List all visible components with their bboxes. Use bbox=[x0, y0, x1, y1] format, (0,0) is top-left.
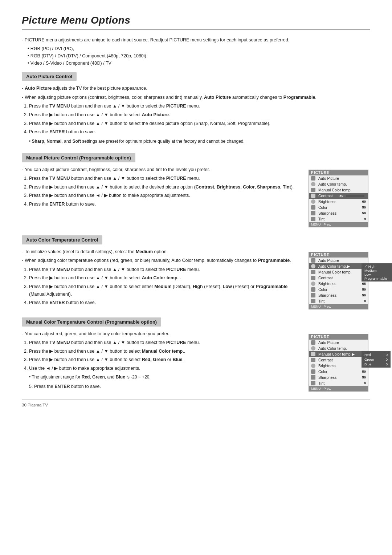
note-auto-color-2: - When adjusting color temperature optio… bbox=[22, 257, 301, 264]
text-col-manual-picture: - You can adjust picture contrast, brigh… bbox=[22, 166, 301, 227]
intro-section: - PICTURE menu adjustments are unique to… bbox=[22, 36, 370, 67]
section-body-auto-picture: - Auto Picture adjusts the TV for the be… bbox=[22, 85, 370, 145]
intro-bullet-2: RGB (DTV) / DVI (DTV) / Component (480p,… bbox=[28, 52, 370, 60]
menu-footer-1: MENUPrev. bbox=[309, 222, 368, 227]
menu-row-brightness-2: Brightness 65 bbox=[309, 281, 368, 287]
note-manual-color-1: - You can adjust red, green, and blue to… bbox=[22, 330, 301, 338]
intro-bullet-3: Video / S-Video / Component (480i) / TV bbox=[28, 60, 370, 67]
menu-row-color-2: Color 50 bbox=[309, 287, 368, 292]
two-col-manual-color: - You can adjust red, green, and blue to… bbox=[22, 330, 370, 392]
text-col-auto-color: - To initialize values (reset to default… bbox=[22, 248, 301, 309]
section-auto-picture: Auto Picture Control - Auto Picture adju… bbox=[22, 72, 370, 145]
menu-row-auto-color-2: Auto Color temp.▶ ✓ High Medium Low Prog… bbox=[309, 263, 368, 269]
menu-row-manual-color-3: Manual Color temp.▶ Red0 Green0 Blue0 bbox=[309, 351, 368, 357]
menu-row-contrast: Contrast 80 bbox=[309, 193, 368, 199]
two-col-auto-color: - To initialize values (reset to default… bbox=[22, 248, 370, 309]
menu-box-1: PICTURE Auto Picture Auto Color temp. Ma… bbox=[309, 170, 368, 227]
step-4: Press the ENTER button to save. bbox=[29, 128, 370, 136]
menu-row-auto-color: Auto Color temp. bbox=[309, 181, 368, 187]
mc-step-2: Press the ▶ button and then use ▲ / ▼ bu… bbox=[29, 348, 301, 355]
intro-bullet-1: RGB (PC) / DVI (PC), bbox=[28, 45, 370, 52]
steps-auto-picture: Press the TV MENU button and then use ▲ … bbox=[29, 102, 370, 136]
steps-manual-picture: Press the TV MENU button and then use ▲ … bbox=[29, 175, 301, 208]
note-auto-picture-2: - When adjusting picture options (contra… bbox=[22, 94, 370, 101]
menu-row-tint-2: Tint 0 bbox=[309, 298, 368, 304]
menu-image-manual-color: PICTURE Auto Picture Auto Color temp. Ma… bbox=[309, 330, 370, 392]
submenu-manual-color: Red0 Green0 Blue0 bbox=[362, 351, 391, 368]
mc-step-5: 5. Press the ENTER button to save. bbox=[29, 383, 301, 390]
steps-auto-color: Press the TV MENU button and then use ▲ … bbox=[29, 266, 301, 307]
menu-row-tint: Tint 9 bbox=[309, 216, 368, 222]
menu-row-contrast-2: Contrast 80 bbox=[309, 275, 368, 281]
section-header-manual-color-temp: Manual Color Temperature Control (Progra… bbox=[22, 317, 161, 327]
section-header-manual-picture: Manual Picture Control (Programmable opt… bbox=[22, 153, 135, 162]
section-manual-color-temp: Manual Color Temperature Control (Progra… bbox=[22, 317, 370, 392]
menu-row-auto-picture-2: Auto Picture bbox=[309, 258, 368, 263]
note-auto-picture-1: - Auto Picture adjusts the TV for the be… bbox=[22, 85, 370, 92]
mp-step-3: Press the ▶ button and then use ◄ / ▶ bu… bbox=[29, 192, 301, 199]
menu-row-auto-picture-3: Auto Picture bbox=[309, 340, 368, 345]
section-manual-picture: Manual Picture Control (Programmable opt… bbox=[22, 153, 370, 227]
intro-bullets: RGB (PC) / DVI (PC), RGB (DTV) / DVI (DT… bbox=[28, 45, 370, 67]
mp-step-4: Press the ENTER button to save. bbox=[29, 200, 301, 208]
step-2: Press the ▶ button and then use ▲ / ▼ bu… bbox=[29, 111, 370, 119]
ac-step-4: Press the ENTER button to save. bbox=[29, 299, 301, 307]
mc-step-4: Use the ◄ / ▶ button to make appropriate… bbox=[29, 365, 301, 381]
mp-step-2: Press the ▶ button and then use ▲ / ▼ bu… bbox=[29, 183, 301, 191]
ac-step-3: Press the ▶ button and then use ▲ / ▼ bu… bbox=[29, 283, 301, 298]
menu-image-manual-picture: PICTURE Auto Picture Auto Color temp. Ma… bbox=[309, 166, 370, 227]
menu-row-manual-color: Manual Color temp. bbox=[309, 187, 368, 193]
page-footer: 30 Plasma TV bbox=[22, 400, 370, 407]
ac-step-2: Press the ▶ button and then use ▲ / ▼ bu… bbox=[29, 274, 301, 282]
menu-row-auto-picture: Auto Picture bbox=[309, 175, 368, 181]
step-1: Press the TV MENU button and then use ▲ … bbox=[29, 102, 370, 110]
menu-row-tint-3: Tint 0 bbox=[309, 380, 368, 386]
menu-row-brightness: Brightness 60 bbox=[309, 199, 368, 204]
menu-row-color: Color 50 bbox=[309, 204, 368, 210]
text-col-manual-color: - You can adjust red, green, and blue to… bbox=[22, 330, 301, 392]
menu-image-auto-color: PICTURE Auto Picture Auto Color temp.▶ ✓… bbox=[309, 248, 370, 309]
steps-manual-color: Press the TV MENU button and then use ▲ … bbox=[29, 339, 301, 381]
submenu-auto-color: ✓ High Medium Low Programmable bbox=[362, 263, 392, 281]
menu-footer-2: MENUPrev. bbox=[309, 304, 368, 309]
menu-row-sharpness: Sharpness 50 bbox=[309, 210, 368, 216]
mc-step-3: Press the ▶ button and then use ▲ / ▼ bu… bbox=[29, 356, 301, 364]
menu-row-sharpness-2: Sharpness 50 bbox=[309, 292, 368, 298]
menu-box-3: PICTURE Auto Picture Auto Color temp. Ma… bbox=[309, 334, 368, 392]
menu-box-2: PICTURE Auto Picture Auto Color temp.▶ ✓… bbox=[309, 252, 368, 309]
menu-row-contrast-3: Contrast 80 bbox=[309, 357, 368, 363]
section-header-auto-color-temp: Auto Color Temperature Control bbox=[22, 235, 102, 244]
mp-step-1: Press the TV MENU button and then use ▲ … bbox=[29, 175, 301, 182]
menu-footer-3: MENUPrev. bbox=[309, 386, 368, 391]
menu-row-sharpness-3: Sharpness 50 bbox=[309, 374, 368, 380]
note-auto-color-1: - To initialize values (reset to default… bbox=[22, 248, 301, 256]
section-auto-color-temp: Auto Color Temperature Control - To init… bbox=[22, 235, 370, 309]
bullet-note-manual-color: • The adjustment range for Red, Green, a… bbox=[29, 374, 301, 381]
intro-main: - PICTURE menu adjustments are unique to… bbox=[22, 36, 370, 44]
page-title: Picture Menu Options bbox=[22, 15, 370, 30]
menu-row-brightness-3: Brightness 60 bbox=[309, 363, 368, 369]
bullet-note-auto-picture: Sharp, Normal, and Soft settings are pre… bbox=[29, 138, 370, 145]
menu-row-manual-color-2: Manual Color temp. bbox=[309, 269, 368, 275]
ac-step-1: Press the TV MENU button and then use ▲ … bbox=[29, 266, 301, 274]
two-col-manual-picture: - You can adjust picture contrast, brigh… bbox=[22, 166, 370, 227]
menu-row-color-3: Color 50 bbox=[309, 369, 368, 374]
menu-row-auto-color-3: Auto Color temp. bbox=[309, 345, 368, 351]
step-3: Press the ▶ button and then use ▲ / ▼ bu… bbox=[29, 120, 370, 127]
note-manual-picture-1: - You can adjust picture contrast, brigh… bbox=[22, 166, 301, 174]
section-header-auto-picture: Auto Picture Control bbox=[22, 72, 77, 81]
mc-step-1: Press the TV MENU button and then use ▲ … bbox=[29, 339, 301, 347]
